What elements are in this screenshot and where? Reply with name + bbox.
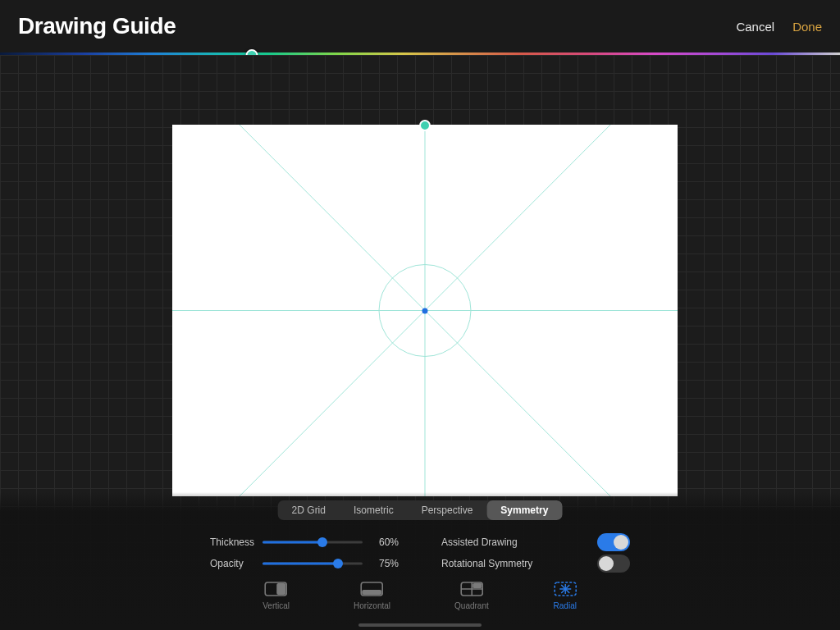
canvas-container [172,125,678,496]
thickness-row: Thickness 60% [210,532,399,553]
symmetry-horizontal[interactable]: Horizontal [354,581,390,610]
horizontal-symmetry-icon [360,581,385,597]
rotational-symmetry-toggle[interactable] [597,555,630,573]
cancel-button[interactable]: Cancel [736,20,774,34]
rotational-symmetry-label: Rotational Symmetry [441,558,532,569]
home-indicator [358,623,482,627]
toggles-column: Assisted Drawing Rotational Symmetry [441,532,630,574]
symmetry-quadrant-label: Quadrant [454,601,489,610]
symmetry-radial[interactable]: Radial [553,581,578,610]
thickness-label: Thickness [210,536,262,548]
tab-isometric[interactable]: Isometric [340,500,408,520]
rotational-symmetry-row: Rotational Symmetry [441,553,630,574]
thickness-value: 60% [363,536,399,548]
tab-perspective[interactable]: Perspective [408,500,487,520]
assisted-drawing-row: Assisted Drawing [441,532,630,553]
opacity-slider[interactable] [262,556,363,571]
svg-rect-12 [472,583,482,588]
symmetry-origin-handle[interactable] [422,308,428,313]
header: Drawing Guide Cancel Done [0,0,840,52]
tab-2d-grid[interactable]: 2D Grid [278,500,340,520]
guide-type-tabs: 2D Grid Isometric Perspective Symmetry [278,500,563,520]
assisted-drawing-label: Assisted Drawing [441,536,518,548]
sliders-column: Thickness 60% Opacity 75% [210,532,399,574]
opacity-value: 75% [363,558,399,569]
symmetry-horizontal-label: Horizontal [354,601,390,610]
opacity-row: Opacity 75% [210,553,399,574]
assisted-drawing-toggle[interactable] [597,533,630,551]
quadrant-symmetry-icon [459,581,484,597]
controls-row: Thickness 60% Opacity 75% Assisted Drawi… [210,532,630,574]
symmetry-vertical[interactable]: Vertical [262,581,290,610]
page-title: Drawing Guide [18,13,176,39]
svg-rect-8 [363,590,382,595]
done-button[interactable]: Done [792,20,822,34]
opacity-label: Opacity [210,558,262,569]
thickness-slider[interactable] [262,535,363,550]
symmetry-vertical-label: Vertical [262,601,290,610]
radial-symmetry-icon [553,581,578,597]
header-actions: Cancel Done [736,20,822,34]
rotation-handle[interactable] [419,120,431,131]
svg-rect-6 [277,583,286,595]
symmetry-radial-label: Radial [554,601,577,610]
tab-symmetry[interactable]: Symmetry [486,500,562,520]
symmetry-type-row: Vertical Horizontal Quadrant [262,581,578,610]
settings-panel: 2D Grid Isometric Perspective Symmetry T… [0,492,840,630]
symmetry-quadrant[interactable]: Quadrant [454,581,489,610]
canvas[interactable] [172,125,678,496]
vertical-symmetry-icon [264,581,289,597]
